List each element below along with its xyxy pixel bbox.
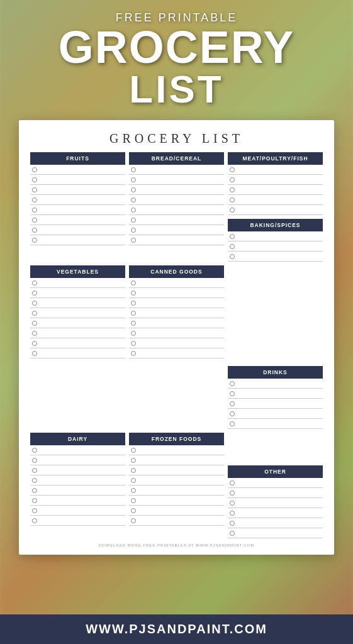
- checkbox-icon: [131, 448, 136, 453]
- list-item: [129, 185, 224, 195]
- list-item: [129, 475, 224, 486]
- list-item: [129, 516, 224, 526]
- checkbox-icon: [230, 234, 235, 239]
- list-item: [228, 518, 323, 528]
- list-item: [228, 195, 323, 205]
- checkbox-icon: [131, 177, 136, 182]
- bottom-bar: WWW.PJSANDPAINT.COM: [0, 614, 353, 644]
- header: FREE PRINTABLE GROCERY LIST: [0, 0, 353, 115]
- dairy-col: DAIRY: [30, 433, 125, 538]
- checkbox-icon: [32, 238, 37, 243]
- frozen-header: FROZEN FOODS: [129, 433, 224, 445]
- checkbox-icon: [131, 508, 136, 513]
- list-item: [129, 235, 224, 245]
- checkbox-icon: [230, 511, 235, 516]
- list-item: [228, 478, 323, 488]
- checkbox-icon: [131, 498, 136, 503]
- list-item: [129, 165, 224, 175]
- checkbox-icon: [131, 351, 136, 356]
- checkbox-icon: [131, 468, 136, 473]
- list-item: [30, 215, 125, 225]
- other-header: OTHER: [228, 465, 323, 478]
- checkbox-icon: [131, 341, 136, 346]
- list-item: [30, 455, 125, 465]
- checkbox-icon: [32, 218, 37, 223]
- checkbox-icon: [230, 411, 235, 416]
- checkbox-icon: [230, 501, 235, 506]
- checkbox-icon: [32, 478, 37, 483]
- list-item: [129, 195, 224, 205]
- checkbox-icon: [230, 177, 235, 182]
- card-footer: DOWNLOAD MORE FREE PRINTABLES AT WWW.PJS…: [30, 543, 323, 547]
- dairy-header: DAIRY: [30, 433, 125, 445]
- checkbox-icon: [131, 228, 136, 233]
- checkbox-icon: [32, 208, 37, 213]
- list-item: [30, 235, 125, 245]
- list-item: [228, 252, 323, 262]
- header-list: LIST: [6, 70, 347, 109]
- fruits-header: FRUITS: [30, 152, 125, 165]
- checkbox-icon: [230, 391, 235, 396]
- checkbox-icon: [32, 508, 37, 513]
- checkbox-icon: [131, 331, 136, 336]
- list-item: [30, 348, 125, 358]
- list-item: [228, 165, 323, 175]
- list-item: [129, 298, 224, 308]
- list-item: [30, 308, 125, 318]
- checkbox-icon: [32, 321, 37, 326]
- bread-lines: [129, 165, 224, 245]
- checkbox-icon: [230, 254, 235, 259]
- list-item: [129, 348, 224, 358]
- printable-card: GROCERY LIST FRUITS BREAD/CEREAL: [19, 120, 334, 555]
- card-title: GROCERY LIST: [30, 131, 323, 146]
- checkbox-icon: [131, 301, 136, 306]
- list-item: [30, 165, 125, 175]
- list-item: [30, 486, 125, 496]
- other-col: OTHER: [228, 433, 323, 538]
- meat-col: MEAT/POULTRY/FISH BAKING/SPICES: [228, 152, 323, 262]
- checkbox-icon: [32, 197, 37, 203]
- drinks-header: DRINKS: [228, 366, 323, 379]
- list-item: [228, 528, 323, 538]
- drinks-col: DRINKS: [228, 265, 323, 429]
- checkbox-icon: [131, 311, 136, 316]
- list-item: [228, 498, 323, 508]
- meat-header: MEAT/POULTRY/FISH: [228, 152, 323, 165]
- checkbox-icon: [230, 480, 235, 486]
- list-item: [129, 175, 224, 185]
- checkbox-icon: [32, 341, 37, 346]
- list-item: [228, 409, 323, 419]
- frozen-col: FROZEN FOODS: [129, 433, 224, 538]
- frozen-lines: [129, 445, 224, 526]
- checkbox-icon: [131, 238, 136, 243]
- checkbox-icon: [32, 468, 37, 473]
- checkbox-icon: [32, 498, 37, 503]
- checkbox-icon: [230, 381, 235, 386]
- list-item: [30, 516, 125, 526]
- dairy-lines: [30, 445, 125, 526]
- checkbox-icon: [32, 177, 37, 182]
- list-item: [129, 506, 224, 516]
- list-item: [30, 205, 125, 215]
- checkbox-icon: [32, 331, 37, 336]
- vegetables-col: VEGETABLES: [30, 265, 125, 429]
- row-2: VEGETABLES CANNED GOODS: [30, 265, 323, 429]
- list-item: [129, 338, 224, 348]
- checkbox-icon: [131, 280, 136, 286]
- list-item: [129, 318, 224, 328]
- list-item: [30, 195, 125, 205]
- list-item: [228, 508, 323, 518]
- checkbox-icon: [131, 518, 136, 523]
- checkbox-icon: [131, 291, 136, 296]
- list-item: [228, 419, 323, 429]
- list-item: [129, 445, 224, 455]
- list-item: [129, 288, 224, 298]
- checkbox-icon: [131, 321, 136, 326]
- other-lines: [228, 478, 323, 538]
- list-item: [30, 445, 125, 455]
- drinks-lines: [228, 379, 323, 429]
- list-item: [228, 389, 323, 399]
- checkbox-icon: [230, 401, 235, 406]
- checkbox-icon: [230, 531, 235, 536]
- checkbox-icon: [131, 458, 136, 463]
